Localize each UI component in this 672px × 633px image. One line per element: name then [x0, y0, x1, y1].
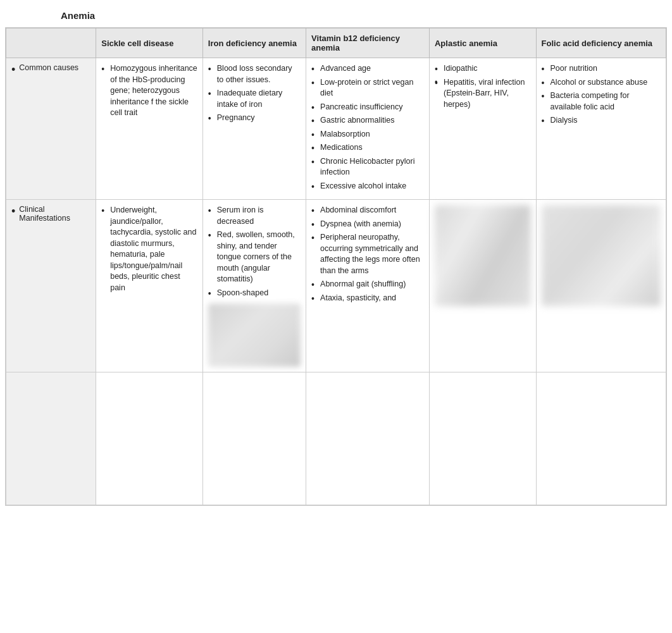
header-aplastic: Aplastic anemia	[429, 28, 536, 58]
table-row-clinical: • Clinical Manifestations Underweight, j…	[6, 200, 666, 372]
cell-b12-common: Advanced age Low-protein or strict vegan…	[306, 58, 430, 200]
list-item: Chronic Helicobacter pylori infection	[311, 156, 424, 178]
header-col0	[6, 28, 96, 58]
list-item: Idiopathic	[435, 63, 531, 75]
bullet-common: •	[11, 64, 15, 75]
blurred-image-folic	[542, 205, 661, 306]
cell-b12-clinical: Abdominal discomfort Dyspnea (with anemi…	[306, 200, 430, 372]
cell-iron-common: Blood loss secondary to other issues. In…	[202, 58, 306, 200]
list-item: Peripheral neuropathy, occurring symmetr…	[311, 232, 424, 276]
list-item: Malabsorption	[311, 129, 424, 140]
list-item: Advanced age	[311, 63, 424, 75]
page-title: Anemia	[0, 0, 672, 27]
row-label-common: • Common causes	[6, 58, 96, 200]
list-item: Pancreatic insufficiency	[311, 102, 424, 113]
empty-row-col3	[306, 372, 430, 505]
row-label-clinical: • Clinical Manifestations	[6, 200, 96, 372]
list-item: Bacteria competing for available folic a…	[542, 90, 661, 113]
empty-row-col2	[202, 372, 306, 505]
cell-folic-clinical	[536, 200, 666, 372]
empty-row-label	[6, 372, 96, 505]
cell-aplastic-clinical	[429, 200, 536, 372]
cell-folic-common: Poor nutrition Alcohol or substance abus…	[536, 58, 666, 200]
common-causes-label: Common causes	[19, 63, 78, 72]
list-item: Serum iron is decreased	[208, 205, 301, 227]
bullet-clinical: •	[11, 206, 15, 217]
list-item: Inadequate dietary intake of iron	[208, 88, 301, 110]
cell-aplastic-common: Idiopathic •Hepatitis, viral infection (…	[429, 58, 536, 200]
anemia-comparison-table: Sickle cell disease Iron deficiency anem…	[6, 28, 666, 505]
header-sickle-cell: Sickle cell disease	[96, 28, 203, 58]
list-item: Gastric abnormalities	[311, 115, 424, 126]
list-item: Ataxia, spasticity, and	[311, 293, 424, 304]
table-row-common-causes: • Common causes Homozygous inheritance o…	[6, 58, 666, 200]
blurred-image-aplastic	[435, 205, 531, 306]
clinical-label: Clinical Manifestations	[19, 205, 90, 223]
list-item: Abdominal discomfort	[311, 205, 424, 216]
list-item: Dyspnea (with anemia)	[311, 219, 424, 230]
list-item: Excessive alcohol intake	[311, 181, 424, 192]
empty-row-col4	[429, 372, 536, 505]
empty-row-col1	[96, 372, 203, 505]
cell-sickle-common: Homozygous inheritance of the HbS-produc…	[96, 58, 203, 200]
header-b12-deficiency: Vitamin b12 deficiency anemia	[306, 28, 430, 58]
list-item: Blood loss secondary to other issues.	[208, 63, 301, 85]
empty-row-col5	[536, 372, 666, 505]
cell-sickle-clinical: Underweight, jaundice/pallor, tachycardi…	[96, 200, 203, 372]
list-item: Pregnancy	[208, 113, 301, 124]
cell-iron-clinical: Serum iron is decreased Red, swollen, sm…	[202, 200, 306, 372]
header-folic-acid: Folic acid deficiency anemia	[536, 28, 666, 58]
list-item: Abnormal gait (shuffling)	[311, 279, 424, 290]
list-item: Underweight, jaundice/pallor, tachycardi…	[101, 205, 197, 293]
table-row-empty	[6, 372, 666, 505]
list-item: Poor nutrition	[542, 63, 661, 75]
list-item: Spoon-shaped	[208, 288, 301, 299]
main-table-wrapper: Sickle cell disease Iron deficiency anem…	[5, 27, 667, 506]
list-item: Homozygous inheritance of the HbS-produc…	[101, 63, 197, 119]
table-header-row: Sickle cell disease Iron deficiency anem…	[6, 28, 666, 58]
list-item: Medications	[311, 142, 424, 154]
list-item: Alcohol or substance abuse	[542, 77, 661, 89]
list-item: Low-protein or strict vegan diet	[311, 77, 424, 99]
list-item: Dialysis	[542, 115, 661, 126]
list-item: Red, swollen, smooth, shiny, and tender …	[208, 230, 301, 285]
list-item: •Hepatitis, viral infection (Epstein-Bar…	[435, 77, 531, 111]
blurred-image-iron	[208, 304, 301, 367]
header-iron-deficiency: Iron deficiency anemia	[202, 28, 306, 58]
